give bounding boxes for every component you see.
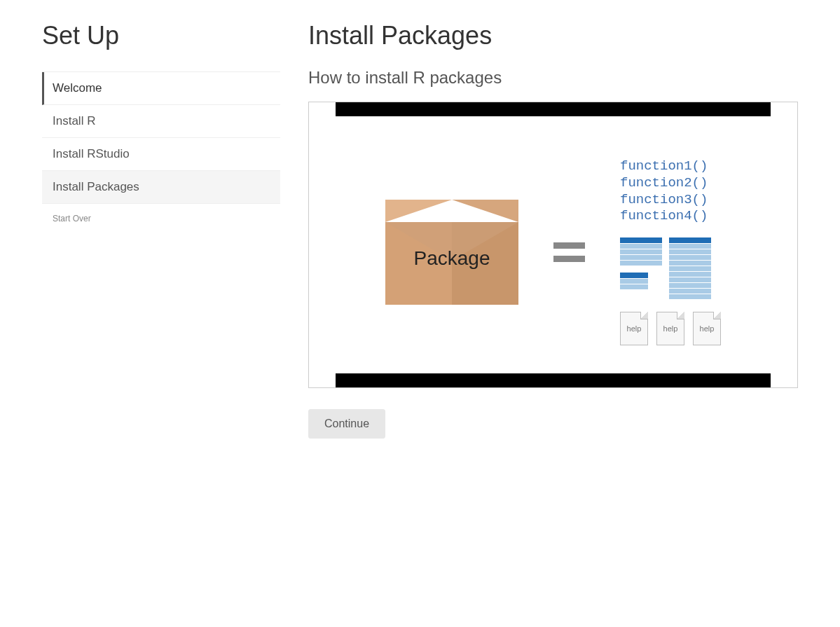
nav-item-install-packages[interactable]: Install Packages [42, 171, 280, 204]
mini-table-icon [669, 237, 711, 299]
mini-table-icon [620, 237, 662, 266]
sidebar-title: Set Up [42, 21, 280, 50]
help-files-illustration: help help help [620, 312, 721, 345]
mini-table-icon [620, 273, 648, 289]
page-title: Install Packages [308, 21, 798, 50]
sidebar: Set Up Welcome Install R Install RStudio… [42, 21, 280, 439]
nav-item-welcome[interactable]: Welcome [42, 72, 280, 105]
help-file-icon: help [693, 312, 721, 345]
equals-icon [553, 242, 585, 262]
nav-item-install-rstudio[interactable]: Install RStudio [42, 138, 280, 171]
function-item: function4() [620, 208, 708, 225]
package-contents: function1() function2() function3() func… [620, 158, 721, 345]
nav-list: Welcome Install R Install RStudio Instal… [42, 71, 280, 204]
function-list: function1() function2() function3() func… [620, 158, 708, 225]
start-over-link[interactable]: Start Over [42, 204, 280, 233]
video-letterbox-top [336, 102, 771, 116]
help-file-icon: help [620, 312, 648, 345]
video-frame[interactable]: Package function1() function2() function… [308, 102, 798, 388]
video-slide: Package function1() function2() function… [336, 102, 771, 387]
continue-button[interactable]: Continue [308, 409, 385, 439]
package-box-label: Package [385, 247, 518, 270]
help-file-icon: help [656, 312, 684, 345]
page-subtitle: How to install R packages [308, 68, 798, 88]
video-letterbox-bottom [336, 373, 771, 387]
main-content: Install Packages How to install R packag… [308, 21, 798, 439]
function-item: function2() [620, 175, 708, 192]
nav-item-install-r[interactable]: Install R [42, 105, 280, 138]
data-tables-illustration [620, 237, 711, 299]
package-box-illustration: Package [385, 200, 518, 305]
function-item: function1() [620, 158, 708, 175]
function-item: function3() [620, 192, 708, 209]
